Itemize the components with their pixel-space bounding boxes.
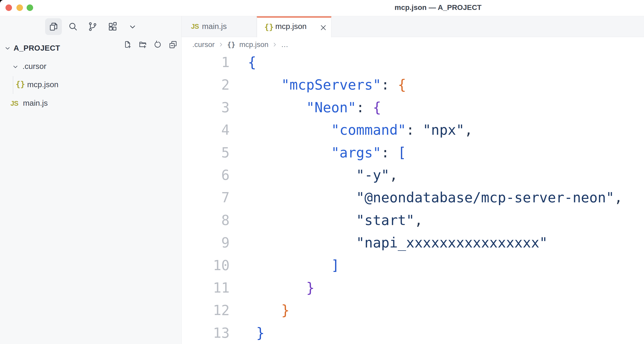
code-token [248, 99, 306, 115]
code-token: { [373, 99, 381, 115]
code-token: { [398, 77, 406, 93]
js-icon: JS [191, 22, 199, 31]
tab-mcp-json[interactable]: {} mcp.json [257, 16, 331, 37]
file-name: main.js [23, 99, 48, 108]
sidebar: A_PROJECT .cursor [0, 16, 182, 344]
line-number: 12 [183, 299, 230, 322]
code-token [248, 257, 331, 273]
code-lines[interactable]: { "mcpServers": { "Neon": { "command": "… [248, 51, 623, 344]
file-name: mcp.json [27, 80, 58, 89]
code-token [248, 77, 281, 93]
line-number: 6 [183, 164, 230, 186]
code-token: { [248, 54, 256, 70]
code-token: : [381, 145, 398, 161]
line-number: 8 [183, 209, 230, 232]
code-line[interactable]: "-y", [248, 164, 623, 186]
code-line[interactable]: "@neondatabase/mcp-server-neon", [248, 186, 623, 209]
code-token: "-y" [356, 167, 390, 183]
code-token: } [306, 280, 314, 296]
code-token: , [389, 167, 398, 183]
json-braces-icon: {} [264, 22, 274, 32]
code-token: "command" [331, 122, 406, 138]
code-token [248, 302, 281, 318]
breadcrumb-item-cursor[interactable]: .cursor [192, 40, 215, 49]
code-line[interactable]: } [248, 299, 623, 322]
code-line[interactable]: } [248, 322, 623, 344]
window-corner [0, 0, 4, 4]
extensions-icon[interactable] [108, 22, 118, 32]
folder-name: .cursor [22, 62, 46, 71]
json-braces-icon: {} [227, 41, 235, 49]
line-number: 10 [183, 254, 230, 277]
tab-bar-border [182, 37, 644, 37]
json-braces-icon: {} [16, 80, 25, 89]
project-chevron-down-icon[interactable] [4, 45, 11, 52]
tab-label: main.js [202, 22, 227, 31]
code-token [248, 167, 356, 183]
code-token [248, 145, 331, 161]
code-line[interactable]: ] [248, 254, 623, 277]
tab-label: mcp.json [275, 22, 307, 31]
code-token: : [356, 99, 373, 115]
new-file-icon[interactable] [123, 40, 132, 49]
chevron-right-icon [219, 42, 223, 47]
code-line[interactable]: "napi_xxxxxxxxxxxxxxxx" [248, 232, 623, 254]
code-token: "start" [356, 212, 414, 228]
search-icon[interactable] [68, 22, 78, 32]
traffic-light-minimize[interactable] [16, 4, 23, 11]
line-number: 7 [183, 186, 230, 209]
code-token: [ [398, 145, 406, 161]
explorer-files-icon[interactable] [49, 22, 58, 32]
new-folder-icon[interactable] [138, 40, 147, 49]
code-line[interactable]: "command": "npx", [248, 119, 623, 141]
code-token: } [256, 325, 265, 341]
code-token: : [381, 77, 398, 93]
line-number: 13 [183, 322, 230, 344]
breadcrumb-item-mcp-json[interactable]: mcp.json [239, 40, 269, 49]
code-token [248, 325, 256, 341]
traffic-light-zoom[interactable] [27, 4, 33, 11]
line-number: 2 [183, 74, 230, 96]
line-number: 1 [183, 51, 230, 74]
tree-item-main-js[interactable]: JS main.js [0, 94, 182, 112]
tree-item-cursor-folder[interactable]: .cursor [0, 57, 182, 76]
collapse-folders-icon[interactable] [169, 40, 177, 49]
code-token [248, 280, 306, 296]
breadcrumb: .cursor {} mcp.json … [192, 37, 288, 52]
line-number: 3 [183, 96, 230, 119]
js-icon: JS [10, 99, 18, 108]
traffic-light-close[interactable] [5, 4, 12, 11]
code-token [248, 189, 356, 205]
tab-main-js[interactable]: JS main.js [182, 16, 257, 37]
code-token: "mcpServers" [281, 77, 381, 93]
tree-item-mcp-json[interactable]: {} mcp.json [0, 76, 182, 94]
code-line[interactable]: "args": [ [248, 141, 623, 164]
code-token [248, 235, 356, 251]
code-line[interactable]: "start", [248, 209, 623, 232]
code-line[interactable]: "Neon": { [248, 96, 623, 119]
close-icon[interactable] [320, 24, 327, 31]
code-token [248, 122, 331, 138]
code-token: : [406, 122, 423, 138]
tab-bar: JS main.js {} mcp.json [182, 16, 644, 37]
code-line[interactable]: { [248, 51, 623, 74]
code-line[interactable]: "mcpServers": { [248, 74, 623, 96]
chevron-down-icon[interactable] [128, 23, 137, 31]
code-token: , [414, 212, 423, 228]
line-number: 4 [183, 119, 230, 141]
line-number: 9 [183, 232, 230, 254]
refresh-icon[interactable] [153, 40, 162, 49]
code-token: "napi_xxxxxxxxxxxxxxxx" [356, 235, 548, 251]
code-token: "@neondatabase/mcp-server-neon" [356, 189, 614, 205]
breadcrumb-item-symbol-path[interactable]: … [281, 40, 288, 49]
code-token: ] [331, 257, 339, 273]
project-name[interactable]: A_PROJECT [14, 44, 60, 52]
line-numbers: 12345678910111213 [183, 51, 230, 344]
code-token: , [614, 189, 623, 205]
line-number: 5 [183, 141, 230, 164]
source-control-icon[interactable] [88, 22, 98, 32]
code-token [248, 212, 356, 228]
folder-chevron-down-icon [12, 63, 19, 70]
code-line[interactable]: } [248, 277, 623, 299]
window-title: mcp.json — A_PROJECT [395, 3, 481, 12]
